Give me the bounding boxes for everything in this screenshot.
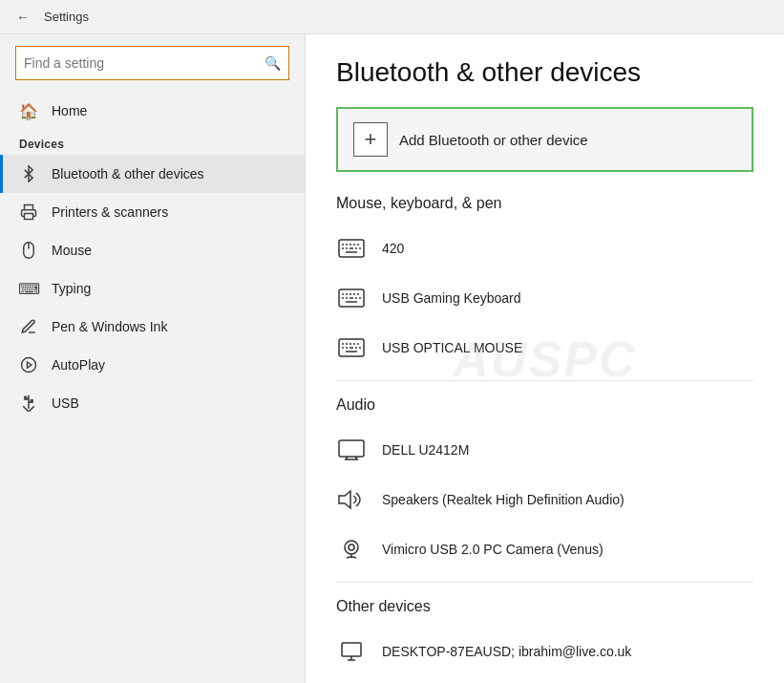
- mouse-label: Mouse: [52, 243, 92, 258]
- device-name-usb-optical-mouse: USB OPTICAL MOUSE: [382, 340, 522, 355]
- divider-1: [336, 380, 753, 381]
- section-title-audio: Audio: [336, 396, 753, 414]
- sidebar-item-typing[interactable]: ⌨ Typing: [0, 269, 305, 308]
- device-name-webcam: Vimicro USB 2.0 PC Camera (Venus): [382, 542, 604, 557]
- device-item-usb-gaming-keyboard: USB Gaming Keyboard: [336, 273, 753, 323]
- keyboard-icon-gaming: [336, 283, 367, 313]
- svg-point-52: [349, 544, 354, 550]
- device-name-dell: DELL U2412M: [382, 442, 469, 458]
- device-item-webcam: Vimicro USB 2.0 PC Camera (Venus): [336, 524, 753, 574]
- sidebar-section-title: Devices: [0, 130, 305, 155]
- device-item-speakers: Speakers (Realtek High Definition Audio): [336, 475, 753, 524]
- sidebar-item-printers[interactable]: Printers & scanners: [0, 193, 305, 231]
- device-item-420: 420: [336, 224, 753, 273]
- monitor-icon: [336, 435, 367, 465]
- svg-rect-8: [25, 396, 27, 398]
- sidebar: 🔍 🏠 Home Devices Bluetooth & other devic…: [0, 34, 306, 683]
- webcam-icon: [336, 534, 367, 565]
- titlebar: ← Settings: [0, 0, 784, 34]
- autoplay-label: AutoPlay: [52, 357, 105, 373]
- device-name-420: 420: [382, 241, 404, 256]
- sidebar-item-usb[interactable]: USB: [0, 384, 305, 422]
- typing-label: Typing: [52, 281, 91, 296]
- titlebar-title: Settings: [44, 10, 89, 24]
- desktop-icon: [336, 636, 367, 667]
- back-button[interactable]: ←: [11, 6, 34, 29]
- device-name-desktop: DESKTOP-87EAUSD; ibrahim@live.co.uk: [382, 644, 631, 659]
- search-container: 🔍: [15, 46, 289, 80]
- page-title: Bluetooth & other devices: [336, 57, 753, 88]
- home-icon: 🏠: [19, 101, 38, 120]
- device-name-speakers: Speakers (Realtek High Definition Audio): [382, 492, 625, 507]
- bluetooth-label: Bluetooth & other devices: [52, 166, 204, 181]
- device-item-usb-optical-mouse: USB OPTICAL MOUSE: [336, 323, 753, 373]
- sidebar-item-pen[interactable]: Pen & Windows Ink: [0, 308, 305, 346]
- device-name-usb-gaming-keyboard: USB Gaming Keyboard: [382, 290, 521, 306]
- pen-icon: [19, 317, 38, 336]
- svg-point-3: [22, 358, 36, 373]
- svg-rect-9: [31, 400, 32, 402]
- printer-icon: [19, 203, 38, 222]
- svg-rect-54: [342, 643, 361, 656]
- bluetooth-icon: [19, 164, 38, 183]
- svg-rect-46: [339, 440, 364, 457]
- divider-2: [336, 582, 753, 583]
- pen-label: Pen & Windows Ink: [52, 319, 167, 334]
- speaker-icon: [336, 484, 367, 515]
- autoplay-icon: [19, 355, 38, 374]
- usb-icon: [19, 394, 38, 413]
- home-label: Home: [52, 103, 87, 118]
- add-device-label: Add Bluetooth or other device: [399, 132, 588, 148]
- section-title-other: Other devices: [336, 598, 753, 615]
- main-layout: 🔍 🏠 Home Devices Bluetooth & other devic…: [0, 34, 784, 683]
- sidebar-item-home[interactable]: 🏠 Home: [0, 92, 305, 130]
- sidebar-item-autoplay[interactable]: AutoPlay: [0, 346, 305, 384]
- search-icon: 🔍: [265, 55, 281, 71]
- add-device-plus-icon: +: [353, 122, 388, 157]
- sidebar-item-mouse[interactable]: Mouse: [0, 231, 305, 269]
- typing-icon: ⌨: [19, 279, 38, 298]
- svg-marker-4: [28, 362, 32, 368]
- sidebar-item-bluetooth[interactable]: Bluetooth & other devices: [0, 155, 305, 193]
- device-item-dell: DELL U2412M: [336, 425, 753, 475]
- section-title-mouse-keyboard: Mouse, keyboard, & pen: [336, 195, 753, 212]
- content-area: AUSPC Bluetooth & other devices + Add Bl…: [306, 34, 784, 683]
- svg-marker-50: [339, 491, 350, 508]
- svg-rect-0: [25, 214, 33, 220]
- usb-label: USB: [52, 395, 79, 411]
- printers-label: Printers & scanners: [52, 204, 168, 220]
- back-icon: ←: [16, 10, 30, 25]
- mouse-icon: [19, 241, 38, 260]
- keyboard-icon-mouse: [336, 332, 367, 363]
- device-item-desktop: DESKTOP-87EAUSD; ibrahim@live.co.uk: [336, 627, 753, 676]
- search-box: 🔍: [15, 46, 289, 80]
- svg-point-51: [345, 541, 358, 554]
- search-input[interactable]: [24, 55, 259, 71]
- add-bluetooth-button[interactable]: + Add Bluetooth or other device: [336, 107, 753, 172]
- keyboard-icon-420: [336, 233, 367, 264]
